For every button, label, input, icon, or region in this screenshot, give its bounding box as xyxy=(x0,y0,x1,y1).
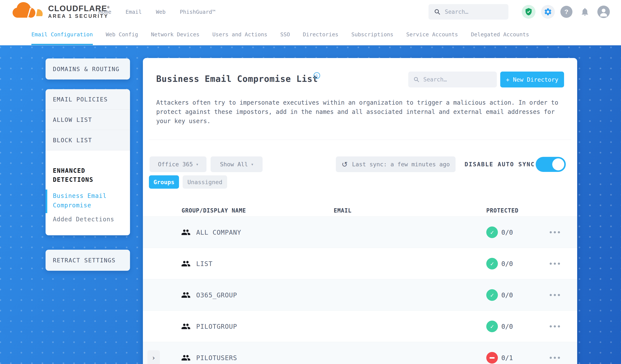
protected-count: 0/0 xyxy=(501,248,513,279)
tab-subscriptions[interactable]: Subscriptions xyxy=(351,24,394,45)
toggle-knob xyxy=(552,158,564,170)
group-icon xyxy=(181,353,190,363)
sidebar-item-domains-routing[interactable]: DOMAINS & ROUTING xyxy=(46,58,130,80)
expand-row-button[interactable]: › xyxy=(147,350,160,364)
group-name: O365_GROUP xyxy=(196,279,237,311)
table-row: LIST ✓ 0/0 xyxy=(143,248,577,279)
minus-icon xyxy=(489,357,495,359)
protected-status-icon: ✓ xyxy=(486,226,498,238)
groups-table: ALL COMPANY ✓ 0/0 LIST ✓ 0/0 O365_GROUP … xyxy=(143,216,577,364)
directory-search-placeholder: Search… xyxy=(423,76,447,83)
check-icon: ✓ xyxy=(490,292,494,299)
chevron-down-icon: ▾ xyxy=(251,162,253,167)
global-search-input[interactable]: Search… xyxy=(429,4,508,19)
info-icon[interactable]: i xyxy=(313,72,320,79)
search-icon xyxy=(414,76,419,83)
top-nav-phishguard[interactable]: PhishGuard™ xyxy=(180,9,216,15)
sidebar-item-allow-list[interactable]: ALLOW LIST xyxy=(46,110,130,130)
config-nav: Email Configuration Web Config Network D… xyxy=(0,24,621,45)
email-policies-label: EMAIL POLICIES xyxy=(53,96,108,103)
question-icon: ? xyxy=(565,8,568,16)
user-avatar[interactable] xyxy=(597,6,610,18)
sidebar-item-email-policies[interactable]: EMAIL POLICIES xyxy=(46,89,130,110)
page: CLOUDFLARE® AREA 1 SECURITY Home Email W… xyxy=(0,0,621,364)
table-row: ALL COMPANY ✓ 0/0 xyxy=(143,216,577,248)
show-filter-dropdown[interactable]: Show All ▾ xyxy=(211,156,263,172)
sidebar-item-enhanced-detections[interactable]: ENHANCED DETECTIONS xyxy=(53,166,123,184)
tab-service-accounts[interactable]: Service Accounts xyxy=(406,24,458,45)
sidebar-item-business-email-compromise[interactable]: Business Email Compromise xyxy=(53,191,123,210)
tab-sso[interactable]: SSO xyxy=(280,24,290,45)
tab-unassigned[interactable]: Unassigned xyxy=(183,175,227,189)
divider xyxy=(149,140,571,140)
sidebar-enhanced-detections-section: ENHANCED DETECTIONS Business Email Compr… xyxy=(46,150,130,235)
retract-settings-label: RETRACT SETTINGS xyxy=(53,257,116,264)
sidebar-item-retract-settings[interactable]: RETRACT SETTINGS xyxy=(46,250,130,271)
excluded-status-icon xyxy=(486,352,498,364)
check-icon: ✓ xyxy=(490,260,494,267)
top-nav: Home Email Web PhishGuard™ xyxy=(98,0,215,24)
sidebar-item-block-list[interactable]: BLOCK LIST xyxy=(46,130,130,150)
top-nav-web[interactable]: Web xyxy=(156,9,165,15)
table-row: PILOTGROUP ✓ 0/0 xyxy=(143,311,577,342)
top-nav-email[interactable]: Email xyxy=(125,9,142,15)
directory-search-input[interactable]: Search… xyxy=(408,71,497,87)
page-description: Attackers often try to impersonate execu… xyxy=(156,98,571,126)
global-search-placeholder: Search… xyxy=(445,9,468,15)
show-filter-value: Show All xyxy=(220,161,248,168)
security-status-button[interactable] xyxy=(522,5,535,19)
tab-directories[interactable]: Directories xyxy=(303,24,338,45)
chevron-down-icon: ▾ xyxy=(196,162,198,167)
protected-count: 0/0 xyxy=(501,311,513,342)
gear-icon xyxy=(544,8,552,16)
group-icon xyxy=(181,259,190,268)
directory-filter-value: Office 365 xyxy=(158,161,193,168)
row-actions-menu[interactable] xyxy=(550,357,560,359)
protected-status-icon: ✓ xyxy=(486,289,498,301)
row-actions-menu[interactable] xyxy=(550,325,560,328)
cloudflare-brand: CLOUDFLARE® AREA 1 SECURITY xyxy=(12,2,110,20)
tab-delegated-accounts[interactable]: Delegated Accounts xyxy=(471,24,529,45)
tab-email-configuration[interactable]: Email Configuration xyxy=(31,24,93,45)
sidebar-item-added-detections[interactable]: Added Detections xyxy=(53,216,123,223)
tab-groups[interactable]: Groups xyxy=(149,175,179,189)
help-button[interactable]: ? xyxy=(560,6,572,18)
block-list-label: BLOCK LIST xyxy=(53,137,92,143)
bec-list-card: Business Email Compromise List i Search…… xyxy=(143,58,577,364)
sidebar-policies-card: EMAIL POLICIES ALLOW LIST BLOCK LIST ENH… xyxy=(46,89,130,235)
group-name: LIST xyxy=(196,248,212,279)
protected-count: 0/1 xyxy=(501,342,513,364)
notifications-button[interactable] xyxy=(578,5,592,19)
group-icon xyxy=(181,322,190,331)
search-icon xyxy=(434,9,441,15)
group-icon xyxy=(181,290,190,300)
auto-sync-toggle[interactable] xyxy=(536,157,566,172)
table-row: O365_GROUP ✓ 0/0 xyxy=(143,279,577,311)
tab-network-devices[interactable]: Network Devices xyxy=(151,24,200,45)
protected-status-icon: ✓ xyxy=(486,258,498,269)
protected-status-icon: ✓ xyxy=(486,321,498,332)
column-header-protected: PROTECTED xyxy=(486,207,518,214)
bell-icon xyxy=(580,7,590,17)
tab-users-and-actions[interactable]: Users and Actions xyxy=(212,24,267,45)
settings-button[interactable] xyxy=(541,5,555,19)
table-row: › PILOTUSERS 0/1 xyxy=(143,342,577,364)
row-actions-menu[interactable] xyxy=(550,231,560,233)
last-sync-text: Last sync: a few minutes ago xyxy=(352,161,450,168)
refresh-icon[interactable]: ↺ xyxy=(342,160,348,169)
chevron-right-icon: › xyxy=(152,354,155,362)
domains-routing-label: DOMAINS & ROUTING xyxy=(53,66,120,72)
new-directory-button[interactable]: + New Directory xyxy=(500,71,564,87)
cloudflare-logo-icon xyxy=(12,2,45,20)
user-icon xyxy=(597,6,610,18)
auto-sync-label: DISABLE AUTO SYNC xyxy=(465,156,535,172)
last-sync-status: ↺ Last sync: a few minutes ago xyxy=(336,156,456,172)
directory-filter-dropdown[interactable]: Office 365 ▾ xyxy=(150,156,207,172)
column-header-name: GROUP/DISPLAY NAME xyxy=(182,207,246,214)
top-nav-home[interactable]: Home xyxy=(98,9,111,15)
protected-count: 0/0 xyxy=(501,279,513,311)
group-name: PILOTUSERS xyxy=(196,342,237,364)
row-actions-menu[interactable] xyxy=(550,262,560,265)
row-actions-menu[interactable] xyxy=(550,294,560,296)
tab-web-config[interactable]: Web Config xyxy=(106,24,138,45)
